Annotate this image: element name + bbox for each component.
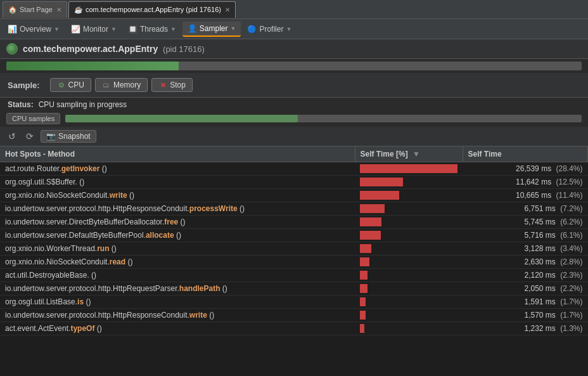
table-row[interactable]: org.xnio.nio.NioSocketConduit.write ()10… — [0, 189, 588, 202]
reset-icon[interactable]: ↺ — [5, 129, 19, 143]
self-time-pct: (6.2%) — [558, 217, 583, 226]
bar-fill — [360, 217, 381, 226]
self-time-pct: (1.7%) — [558, 311, 583, 320]
table-row[interactable]: act.util.DestroyableBase. ()2,120 ms (2.… — [0, 269, 588, 282]
table-header-row: Hot Spots - Method Self Time [%] ▼ Self … — [0, 146, 588, 162]
method-bold: write — [189, 311, 207, 320]
method-cell: io.undertow.server.DirectByteBufferDeall… — [0, 216, 355, 229]
hot-spots-table: Hot Spots - Method Self Time [%] ▼ Self … — [0, 146, 588, 335]
table-row[interactable]: act.route.Router.getInvoker ()26,539 ms … — [0, 162, 588, 176]
tab-start-page-close[interactable]: ✕ — [56, 6, 61, 13]
method-text: org.xnio.nio.NioSocketConduit.write () — [5, 191, 134, 200]
method-text: org.osgl.util.ListBase.is () — [5, 297, 91, 306]
table-row[interactable]: org.osgl.util.S$Buffer. ()11,642 ms (12.… — [0, 176, 588, 189]
self-time-cell: 5,716 ms (6.1%) — [463, 229, 588, 242]
bar-fill — [360, 257, 369, 266]
process-icon — [6, 43, 18, 55]
refresh-icon[interactable]: ⟳ — [23, 129, 37, 143]
self-time-cell: 5,745 ms (6.2%) — [463, 216, 588, 229]
threads-chevron-icon: ▼ — [170, 26, 176, 32]
app-entry-icon: ☕ — [74, 5, 83, 14]
nav-sampler[interactable]: 👤 Sampler ▼ — [182, 22, 241, 37]
bar-container — [360, 217, 457, 226]
column-method-label: Hot Spots - Method — [5, 150, 75, 159]
bar-container — [360, 191, 457, 200]
table-row[interactable]: org.xnio.nio.WorkerThread.run ()3,128 ms… — [0, 242, 588, 256]
method-text: io.undertow.server.protocol.http.HttpRes… — [5, 311, 214, 320]
status-bar: Status: CPU sampling in progress — [0, 98, 588, 112]
bar-fill — [360, 244, 371, 253]
sub-action-button[interactable]: CPU samples — [6, 113, 60, 124]
monitor-chevron-icon: ▼ — [111, 26, 117, 32]
method-bold: write — [110, 191, 127, 200]
stop-button-label: Stop — [170, 81, 186, 89]
sort-indicator: ▼ — [412, 150, 420, 159]
memory-icon: 🗂 — [102, 81, 111, 89]
bar-fill — [360, 164, 457, 173]
nav-overview[interactable]: 📊 Overview ▼ — [3, 22, 65, 36]
table-row[interactable]: io.undertow.server.protocol.http.HttpReq… — [0, 282, 588, 295]
snapshot-icon: 📷 — [46, 132, 56, 141]
process-header: com.techempower.act.AppEntry (pid 17616) — [0, 39, 588, 59]
table-row[interactable]: io.undertow.server.DirectByteBufferDeall… — [0, 216, 588, 229]
sampler-icon: 👤 — [188, 24, 197, 33]
bar-cell — [355, 242, 463, 256]
bar-cell — [355, 269, 463, 282]
table-row[interactable]: org.osgl.util.ListBase.is ()1,591 ms (1.… — [0, 295, 588, 309]
status-text: CPU sampling in progress — [39, 100, 127, 109]
self-time-cell: 2,630 ms (2.8%) — [463, 256, 588, 269]
self-time-value: 6,751 ms — [524, 204, 555, 213]
sub-progress-bar — [65, 115, 582, 122]
bar-fill — [360, 311, 366, 320]
self-time-cell: 2,120 ms (2.3%) — [463, 269, 588, 282]
nav-profiler[interactable]: 🔵 Profiler ▼ — [242, 22, 297, 36]
snapshot-button[interactable]: 📷 Snapshot — [41, 130, 96, 143]
table-row[interactable]: org.xnio.nio.NioSocketConduit.read ()2,6… — [0, 256, 588, 269]
bar-fill — [360, 271, 368, 280]
tab-app-entry-label: com.techempower.act.AppEntry (pid 17616) — [86, 6, 221, 13]
self-time-cell: 2,050 ms (2.2%) — [463, 282, 588, 295]
status-label: Status: — [8, 100, 34, 109]
tab-app-entry-close[interactable]: ✕ — [225, 6, 230, 13]
bar-fill — [360, 284, 368, 293]
table-row[interactable]: act.event.ActEvent.typeOf ()1,232 ms (1.… — [0, 322, 588, 335]
method-bold: processWrite — [189, 204, 238, 213]
stop-icon: ✖ — [158, 81, 167, 89]
self-time-cell: 1,591 ms (1.7%) — [463, 295, 588, 309]
self-time-pct: (2.3%) — [558, 271, 583, 280]
nav-monitor[interactable]: 📈 Monitor ▼ — [66, 22, 122, 36]
tab-app-entry[interactable]: ☕ com.techempower.act.AppEntry (pid 1761… — [68, 1, 236, 18]
bar-container — [360, 284, 457, 293]
tab-start-page-label: Start Page — [20, 6, 53, 13]
process-title: com.techempower.act.AppEntry (pid 17616) — [23, 44, 205, 54]
method-cell: org.xnio.nio.WorkerThread.run () — [0, 242, 355, 256]
bar-cell — [355, 295, 463, 309]
stop-button[interactable]: ✖ Stop — [151, 78, 193, 92]
cpu-button-label: CPU — [68, 81, 84, 89]
self-time-value: 10,665 ms — [516, 191, 551, 200]
method-cell: org.xnio.nio.NioSocketConduit.read () — [0, 256, 355, 269]
table-row[interactable]: io.undertow.server.protocol.http.HttpRes… — [0, 309, 588, 322]
tab-start-page[interactable]: 🏠 Start Page ✕ — [3, 1, 67, 18]
bar-cell — [355, 229, 463, 242]
self-time-cell: 3,128 ms (3.4%) — [463, 242, 588, 256]
self-time-cell: 1,570 ms (1.7%) — [463, 309, 588, 322]
nav-threads[interactable]: 🔲 Threads ▼ — [123, 22, 181, 36]
bar-fill — [360, 324, 364, 333]
bar-cell — [355, 309, 463, 322]
threads-icon: 🔲 — [128, 25, 137, 34]
table-row[interactable]: io.undertow.server.DefaultByteBufferPool… — [0, 229, 588, 242]
sub-progress-fill — [65, 115, 298, 122]
bar-container — [360, 244, 457, 253]
memory-button[interactable]: 🗂 Memory — [95, 78, 148, 92]
self-time-cell: 11,642 ms (12.5%) — [463, 176, 588, 189]
column-self-time-pct[interactable]: Self Time [%] ▼ — [355, 146, 463, 162]
self-time-cell: 6,751 ms (7.2%) — [463, 202, 588, 216]
cpu-icon: ⚙ — [57, 81, 66, 89]
bar-cell — [355, 176, 463, 189]
table-row[interactable]: io.undertow.server.protocol.http.HttpRes… — [0, 202, 588, 216]
cpu-button[interactable]: ⚙ CPU — [50, 78, 91, 92]
method-cell: act.route.Router.getInvoker () — [0, 162, 355, 176]
self-time-pct: (28.4%) — [554, 164, 582, 173]
method-bold: getInvoker — [61, 164, 100, 173]
